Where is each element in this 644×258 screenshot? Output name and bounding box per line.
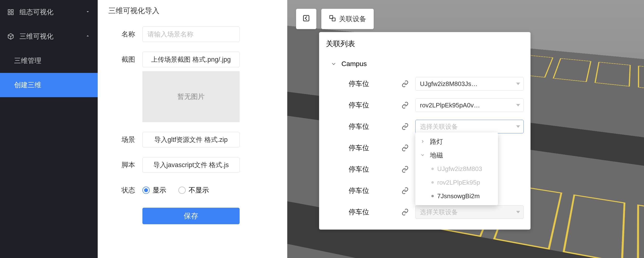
link-icon xyxy=(400,187,410,194)
dropdown-item: UJgfw2iz8M803 xyxy=(415,162,498,176)
svg-rect-0 xyxy=(8,10,10,12)
sidebar-subitem-3d-manage[interactable]: 三维管理 xyxy=(0,48,98,73)
assoc-row: 停车位 UJgfw2iz8M803Js… xyxy=(326,73,524,94)
viewport-toolbar: 关联设备 xyxy=(296,9,374,29)
dropdown-item[interactable]: 7JsnsowgBi2m xyxy=(415,189,498,203)
sidebar-item-label: 组态可视化 xyxy=(20,8,54,17)
label-screenshot: 截图 xyxy=(108,52,142,67)
leaf-label: 停车位 xyxy=(349,79,395,88)
radio-icon xyxy=(178,186,186,194)
svg-rect-4 xyxy=(304,15,309,21)
dropdown-group-label: 路灯 xyxy=(430,137,443,146)
chevron-up-icon xyxy=(85,32,90,40)
dropdown-group-label: 地磁 xyxy=(430,151,443,160)
assoc-row: 停车位 rov2LPlpEk95pA0v… xyxy=(326,94,524,116)
scene-name-input[interactable] xyxy=(142,26,240,42)
assoc-row: 停车位 选择关联设备 路灯 xyxy=(326,116,524,137)
device-select-disabled: 选择关联设备 xyxy=(415,205,524,219)
chevron-right-icon xyxy=(420,138,428,146)
button-label: 关联设备 xyxy=(339,14,366,24)
leaf-label: 停车位 xyxy=(349,165,395,174)
svg-rect-2 xyxy=(8,13,10,14)
device-select[interactable]: rov2LPlpEk95pA0v… xyxy=(415,98,524,112)
device-dropdown: 路灯 地磁 UJgfw2iz8M803 rov2LPlpEk95p 7Jsnso… xyxy=(415,132,498,205)
label-name: 名称 xyxy=(108,26,142,42)
dropdown-group-streetlight[interactable]: 路灯 xyxy=(415,135,498,148)
association-panel: 关联列表 Campus 停车位 UJgfw2iz8M803Js… xyxy=(319,32,530,230)
leaf-label: 停车位 xyxy=(349,208,395,217)
association-list[interactable]: Campus 停车位 UJgfw2iz8M803Js… 停车位 rov xyxy=(319,55,530,223)
dropdown-group-geomagnetic[interactable]: 地磁 xyxy=(415,148,498,162)
sidebar-item-3d-visual[interactable]: 三维可视化 xyxy=(0,24,98,48)
radio-label: 不显示 xyxy=(188,186,209,195)
chevron-down-icon xyxy=(85,8,90,16)
3d-viewport[interactable]: 关联设备 关联列表 Campus 停车位 UJgfw2 xyxy=(287,0,644,258)
radio-label: 显示 xyxy=(152,186,166,195)
dropdown-item: rov2LPlpEk95p xyxy=(415,176,498,189)
link-icon xyxy=(400,144,410,152)
device-select[interactable]: UJgfw2iz8M803Js… xyxy=(415,77,524,90)
svg-rect-3 xyxy=(11,13,13,14)
form-title: 三维可视化导入 xyxy=(108,6,276,16)
device-select-open[interactable]: 选择关联设备 xyxy=(415,120,524,133)
viewport-assoc-button[interactable]: 关联设备 xyxy=(321,9,374,29)
sidebar-subitem-3d-create[interactable]: 创建三维 xyxy=(0,73,98,97)
label-status: 状态 xyxy=(108,182,142,198)
link-icon xyxy=(400,123,410,130)
sidebar-item-label: 三维可视化 xyxy=(20,32,54,41)
link-icon xyxy=(400,102,410,109)
link-icon xyxy=(400,80,410,88)
screenshot-preview[interactable]: 暂无图片 xyxy=(142,71,240,122)
radio-icon xyxy=(142,186,150,194)
tree-root-label: Campus xyxy=(342,60,367,68)
upload-script-button[interactable]: 导入javascript文件 格式.js xyxy=(142,157,240,173)
sidebar-item-label: 创建三维 xyxy=(14,80,41,90)
upload-screenshot-button[interactable]: 上传场景截图 格式.png/.jpg xyxy=(142,52,240,67)
leaf-label: 停车位 xyxy=(349,122,395,131)
leaf-label: 停车位 xyxy=(349,186,395,195)
leaf-label: 停车位 xyxy=(349,143,395,152)
viewport-back-button[interactable] xyxy=(296,9,316,29)
link-icon xyxy=(400,166,410,173)
association-title: 关联列表 xyxy=(319,39,530,55)
tree-toggle[interactable] xyxy=(329,61,338,67)
exit-icon xyxy=(302,14,310,24)
sidebar-item-label: 三维管理 xyxy=(14,56,41,65)
leaf-label: 停车位 xyxy=(349,100,395,110)
chevron-down-icon xyxy=(420,152,428,159)
link-devices-icon xyxy=(329,14,336,24)
save-button[interactable]: 保存 xyxy=(142,208,240,224)
link-icon xyxy=(400,208,410,216)
label-script: 脚本 xyxy=(108,157,142,173)
form-panel: 三维可视化导入 名称 截图 上传场景截图 格式.png/.jpg 暂无图片 场景… xyxy=(98,0,287,258)
status-hide-radio[interactable]: 不显示 xyxy=(178,186,209,195)
sidebar: 组态可视化 三维可视化 三维管理 创建三维 xyxy=(0,0,98,258)
layout-icon xyxy=(7,9,14,16)
status-show-radio[interactable]: 显示 xyxy=(142,186,166,195)
label-scene: 场景 xyxy=(108,132,142,148)
sidebar-item-visual-config[interactable]: 组态可视化 xyxy=(0,0,98,24)
cube-icon xyxy=(7,33,14,40)
svg-rect-1 xyxy=(11,10,13,12)
upload-scene-button[interactable]: 导入gltf资源文件 格式.zip xyxy=(142,132,240,148)
